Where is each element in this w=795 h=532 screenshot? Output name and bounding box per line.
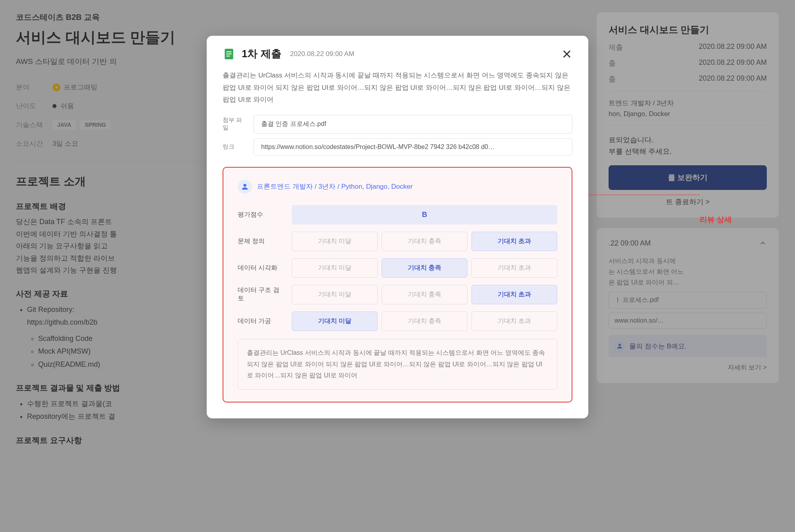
option-below[interactable]: 기대치 미달 — [292, 258, 378, 278]
modal-date: 2020.08.22 09:00 AM — [290, 50, 355, 58]
option-group: 기대치 미달기대치 충족기대치 초과 — [292, 232, 557, 251]
score-label: 평가점수 — [238, 211, 285, 219]
option-group: 기대치 미달기대치 충족기대치 초과 — [292, 311, 557, 331]
svg-point-7 — [243, 184, 246, 186]
option-exceed[interactable]: 기대치 초과 — [471, 285, 557, 304]
link-value[interactable]: https://www.notion.so/codestates/Project… — [254, 138, 572, 156]
option-meet[interactable]: 기대치 충족 — [382, 285, 467, 304]
option-below[interactable]: 기대치 미달 — [292, 285, 378, 304]
option-exceed[interactable]: 기대치 초과 — [471, 311, 557, 331]
criteria-row: 데이터 구조 검토기대치 미달기대치 충족기대치 초과 — [238, 285, 557, 304]
svg-rect-4 — [226, 56, 230, 56]
criteria-label: 데이터 시각화 — [238, 264, 285, 272]
avatar-icon — [238, 180, 252, 194]
option-meet[interactable]: 기대치 충족 — [382, 258, 467, 278]
submission-modal: 1차 제출 2020.08.22 09:00 AM 출결관리는 UrClass … — [207, 36, 588, 418]
reviewer-info: 프론트엔드 개발자 / 3년차 / Python, Django, Docker — [257, 182, 413, 191]
option-exceed[interactable]: 기대치 초과 — [471, 258, 557, 278]
option-below[interactable]: 기대치 미달 — [292, 311, 378, 331]
score-value: B — [292, 205, 557, 224]
attach-label: 첨부 파일 — [223, 116, 246, 132]
review-panel: 프론트엔드 개발자 / 3년차 / Python, Django, Docker… — [223, 167, 572, 402]
criteria-row: 문제 정의기대치 미달기대치 충족기대치 초과 — [238, 232, 557, 251]
option-meet[interactable]: 기대치 충족 — [382, 232, 467, 251]
close-icon[interactable] — [561, 48, 572, 60]
option-below[interactable]: 기대치 미달 — [292, 232, 378, 251]
option-exceed[interactable]: 기대치 초과 — [471, 232, 557, 251]
annotation-label: 리뷰 상세 — [700, 215, 732, 225]
option-meet[interactable]: 기대치 충족 — [382, 311, 467, 331]
criteria-label: 데이터 구조 검토 — [238, 286, 285, 303]
modal-overlay[interactable]: 1차 제출 2020.08.22 09:00 AM 출결관리는 UrClass … — [0, 0, 795, 532]
option-group: 기대치 미달기대치 충족기대치 초과 — [292, 285, 557, 304]
criteria-label: 문제 정의 — [238, 237, 285, 246]
criteria-row: 데이터 시각화기대치 미달기대치 충족기대치 초과 — [238, 258, 557, 278]
review-comment: 출결관리는 UrClass 서비스의 시작과 동시에 끝날 때까지 적용되는 시… — [238, 339, 557, 390]
annotation-line — [588, 195, 700, 195]
link-label: 링크 — [223, 143, 246, 151]
modal-description: 출결관리는 UrClass 서비스의 시작과 동시에 끝날 때까지 적용되는 시… — [223, 70, 572, 106]
svg-rect-3 — [226, 53, 231, 54]
attach-value[interactable]: 출결 인증 프로세스.pdf — [254, 115, 572, 133]
svg-rect-2 — [226, 51, 231, 52]
modal-title: 1차 제출 — [242, 47, 281, 61]
option-group: 기대치 미달기대치 충족기대치 초과 — [292, 258, 557, 278]
criteria-label: 데이터 가공 — [238, 317, 285, 325]
document-icon — [223, 48, 235, 60]
criteria-row: 데이터 가공기대치 미달기대치 충족기대치 초과 — [238, 311, 557, 331]
